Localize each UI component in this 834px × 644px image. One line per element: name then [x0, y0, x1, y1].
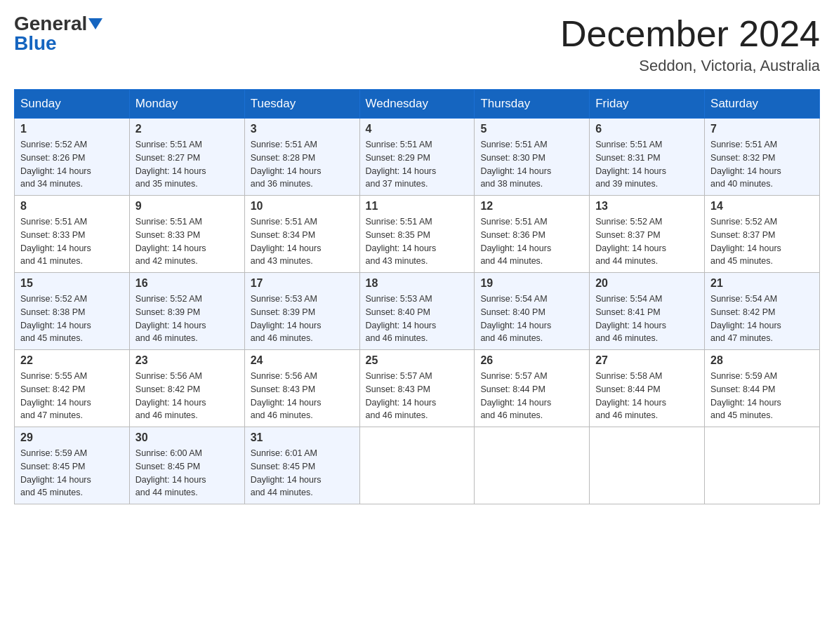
day-info: Sunrise: 5:57 AMSunset: 8:43 PMDaylight:…: [366, 370, 469, 422]
day-number: 30: [135, 431, 239, 444]
day-info: Sunrise: 5:52 AMSunset: 8:37 PMDaylight:…: [710, 215, 814, 268]
calendar-cell: 23Sunrise: 5:56 AMSunset: 8:42 PMDayligh…: [129, 350, 244, 427]
day-info: Sunrise: 5:51 AMSunset: 8:30 PMDaylight:…: [480, 138, 583, 191]
day-info: Sunrise: 5:51 AMSunset: 8:36 PMDaylight:…: [480, 215, 583, 268]
calendar-cell: 25Sunrise: 5:57 AMSunset: 8:43 PMDayligh…: [359, 350, 475, 427]
calendar-cell: 3Sunrise: 5:51 AMSunset: 8:28 PMDaylight…: [244, 119, 359, 196]
header-day-saturday: Saturday: [705, 90, 820, 119]
day-info: Sunrise: 5:51 AMSunset: 8:34 PMDaylight:…: [251, 215, 354, 268]
day-info: Sunrise: 5:57 AMSunset: 8:44 PMDaylight:…: [480, 370, 583, 422]
title-area: December 2024 Seddon, Victoria, Australi…: [560, 14, 820, 75]
week-row-1: 1Sunrise: 5:52 AMSunset: 8:26 PMDaylight…: [15, 119, 820, 196]
day-info: Sunrise: 5:51 AMSunset: 8:33 PMDaylight:…: [20, 215, 124, 268]
calendar-header: SundayMondayTuesdayWednesdayThursdayFrid…: [15, 90, 820, 119]
day-info: Sunrise: 5:51 AMSunset: 8:33 PMDaylight:…: [135, 215, 239, 268]
day-number: 5: [480, 123, 583, 135]
day-number: 25: [366, 354, 469, 367]
day-info: Sunrise: 5:56 AMSunset: 8:42 PMDaylight:…: [135, 370, 239, 422]
day-number: 16: [135, 277, 239, 290]
day-number: 1: [20, 123, 124, 135]
calendar-cell: 12Sunrise: 5:51 AMSunset: 8:36 PMDayligh…: [475, 196, 590, 273]
logo: General Blue: [14, 14, 102, 53]
day-number: 29: [20, 431, 124, 444]
calendar-cell: 9Sunrise: 5:51 AMSunset: 8:33 PMDaylight…: [129, 196, 244, 273]
calendar-cell: 5Sunrise: 5:51 AMSunset: 8:30 PMDaylight…: [475, 119, 590, 196]
day-number: 4: [366, 123, 469, 135]
day-number: 31: [251, 431, 354, 444]
page-header: General Blue December 2024 Seddon, Victo…: [14, 14, 820, 75]
calendar-cell: 19Sunrise: 5:54 AMSunset: 8:40 PMDayligh…: [475, 273, 590, 350]
logo-triangle-icon: [88, 18, 102, 29]
week-row-4: 22Sunrise: 5:55 AMSunset: 8:42 PMDayligh…: [15, 350, 820, 427]
day-info: Sunrise: 5:59 AMSunset: 8:44 PMDaylight:…: [710, 370, 814, 422]
day-info: Sunrise: 5:54 AMSunset: 8:42 PMDaylight:…: [710, 293, 814, 345]
day-info: Sunrise: 5:51 AMSunset: 8:27 PMDaylight:…: [135, 138, 239, 191]
calendar-cell: [475, 427, 590, 504]
calendar-cell: [705, 427, 820, 504]
day-number: 9: [135, 200, 239, 213]
calendar-cell: 14Sunrise: 5:52 AMSunset: 8:37 PMDayligh…: [705, 196, 820, 273]
week-row-5: 29Sunrise: 5:59 AMSunset: 8:45 PMDayligh…: [15, 427, 820, 504]
calendar-cell: 17Sunrise: 5:53 AMSunset: 8:39 PMDayligh…: [244, 273, 359, 350]
calendar-cell: 10Sunrise: 5:51 AMSunset: 8:34 PMDayligh…: [244, 196, 359, 273]
calendar-cell: 18Sunrise: 5:53 AMSunset: 8:40 PMDayligh…: [359, 273, 475, 350]
day-number: 2: [135, 123, 239, 135]
day-number: 11: [366, 200, 469, 213]
header-day-wednesday: Wednesday: [359, 90, 475, 119]
day-info: Sunrise: 5:53 AMSunset: 8:40 PMDaylight:…: [366, 293, 469, 345]
calendar-cell: 1Sunrise: 5:52 AMSunset: 8:26 PMDaylight…: [15, 119, 130, 196]
day-info: Sunrise: 5:52 AMSunset: 8:38 PMDaylight:…: [20, 293, 124, 345]
day-number: 6: [595, 123, 699, 135]
header-day-sunday: Sunday: [15, 90, 130, 119]
day-number: 20: [595, 277, 699, 290]
day-info: Sunrise: 5:51 AMSunset: 8:32 PMDaylight:…: [710, 138, 814, 191]
calendar-cell: 29Sunrise: 5:59 AMSunset: 8:45 PMDayligh…: [15, 427, 130, 504]
day-info: Sunrise: 5:52 AMSunset: 8:26 PMDaylight:…: [20, 138, 124, 191]
day-number: 17: [251, 277, 354, 290]
day-info: Sunrise: 5:53 AMSunset: 8:39 PMDaylight:…: [251, 293, 354, 345]
calendar-cell: 28Sunrise: 5:59 AMSunset: 8:44 PMDayligh…: [705, 350, 820, 427]
calendar-cell: 13Sunrise: 5:52 AMSunset: 8:37 PMDayligh…: [590, 196, 705, 273]
header-day-friday: Friday: [590, 90, 705, 119]
day-info: Sunrise: 5:58 AMSunset: 8:44 PMDaylight:…: [595, 370, 699, 422]
day-info: Sunrise: 5:51 AMSunset: 8:28 PMDaylight:…: [251, 138, 354, 191]
day-info: Sunrise: 5:52 AMSunset: 8:37 PMDaylight:…: [595, 215, 699, 268]
calendar-cell: 27Sunrise: 5:58 AMSunset: 8:44 PMDayligh…: [590, 350, 705, 427]
header-day-thursday: Thursday: [475, 90, 590, 119]
header-day-monday: Monday: [129, 90, 244, 119]
day-number: 15: [20, 277, 124, 290]
calendar-cell: 7Sunrise: 5:51 AMSunset: 8:32 PMDaylight…: [705, 119, 820, 196]
calendar-cell: 20Sunrise: 5:54 AMSunset: 8:41 PMDayligh…: [590, 273, 705, 350]
day-number: 27: [595, 354, 699, 367]
day-number: 19: [480, 277, 583, 290]
day-number: 12: [480, 200, 583, 213]
day-number: 28: [710, 354, 814, 367]
day-info: Sunrise: 5:51 AMSunset: 8:29 PMDaylight:…: [366, 138, 469, 191]
calendar-cell: 4Sunrise: 5:51 AMSunset: 8:29 PMDaylight…: [359, 119, 475, 196]
day-number: 18: [366, 277, 469, 290]
logo-blue-text: Blue: [14, 34, 57, 53]
day-info: Sunrise: 5:59 AMSunset: 8:45 PMDaylight:…: [20, 447, 124, 499]
day-number: 14: [710, 200, 814, 213]
location-title: Seddon, Victoria, Australia: [560, 57, 820, 75]
day-info: Sunrise: 5:55 AMSunset: 8:42 PMDaylight:…: [20, 370, 124, 422]
day-number: 22: [20, 354, 124, 367]
day-info: Sunrise: 6:01 AMSunset: 8:45 PMDaylight:…: [251, 447, 354, 499]
calendar-cell: 30Sunrise: 6:00 AMSunset: 8:45 PMDayligh…: [129, 427, 244, 504]
header-day-tuesday: Tuesday: [244, 90, 359, 119]
calendar-table: SundayMondayTuesdayWednesdayThursdayFrid…: [14, 89, 820, 504]
calendar-cell: 11Sunrise: 5:51 AMSunset: 8:35 PMDayligh…: [359, 196, 475, 273]
calendar-cell: [590, 427, 705, 504]
day-number: 7: [710, 123, 814, 135]
calendar-cell: 31Sunrise: 6:01 AMSunset: 8:45 PMDayligh…: [244, 427, 359, 504]
calendar-cell: 8Sunrise: 5:51 AMSunset: 8:33 PMDaylight…: [15, 196, 130, 273]
day-number: 3: [251, 123, 354, 135]
day-info: Sunrise: 5:56 AMSunset: 8:43 PMDaylight:…: [251, 370, 354, 422]
week-row-3: 15Sunrise: 5:52 AMSunset: 8:38 PMDayligh…: [15, 273, 820, 350]
calendar-cell: 21Sunrise: 5:54 AMSunset: 8:42 PMDayligh…: [705, 273, 820, 350]
calendar-cell: 22Sunrise: 5:55 AMSunset: 8:42 PMDayligh…: [15, 350, 130, 427]
day-number: 10: [251, 200, 354, 213]
day-number: 23: [135, 354, 239, 367]
calendar-cell: [359, 427, 475, 504]
week-row-2: 8Sunrise: 5:51 AMSunset: 8:33 PMDaylight…: [15, 196, 820, 273]
